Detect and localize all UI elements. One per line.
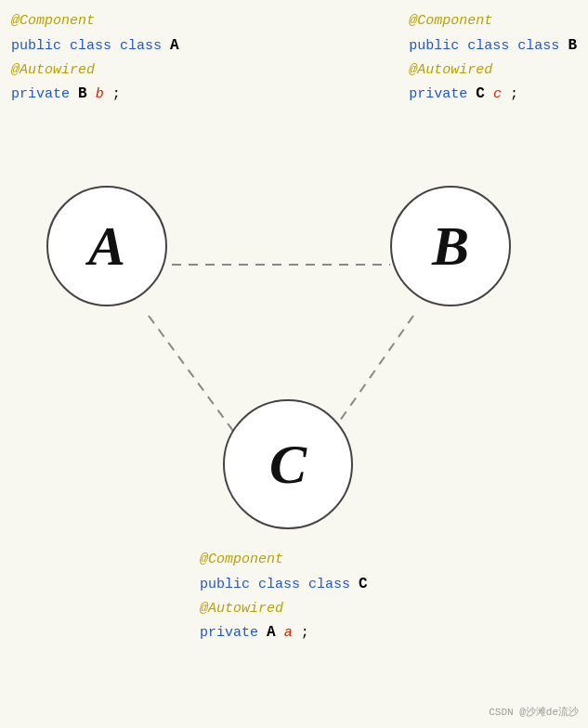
- node-c: C: [223, 399, 353, 529]
- diagram-container: @Component public class class A @Autowir…: [0, 0, 588, 728]
- class-c-code: @Component public class class C @Autowir…: [200, 548, 368, 645]
- node-b: B: [390, 186, 511, 306]
- node-a: A: [46, 186, 167, 306]
- watermark: CSDN @沙滩de流沙: [489, 705, 579, 719]
- class-b-code: @Component public class class B @Autowir…: [409, 9, 577, 107]
- class-a-code: @Component public class class A @Autowir…: [11, 9, 179, 107]
